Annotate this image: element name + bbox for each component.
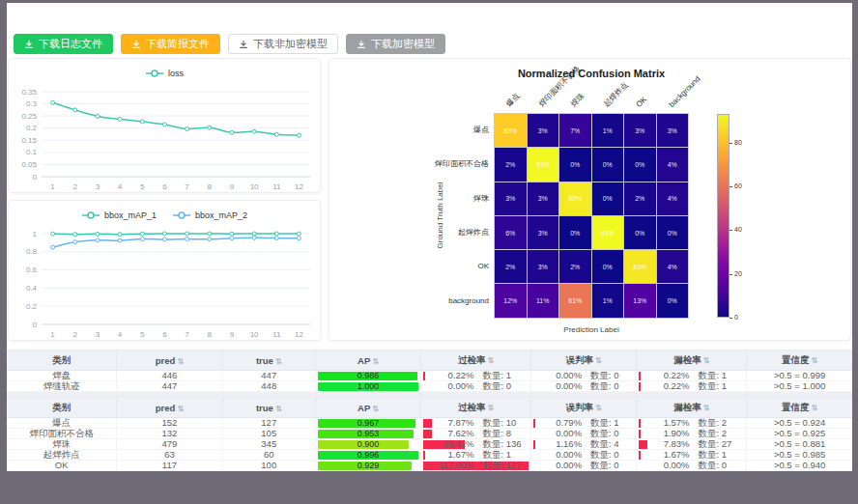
svg-text:0.6: 0.6 — [26, 266, 38, 274]
matrix-cell: 2% — [624, 182, 656, 215]
svg-text:0.8: 0.8 — [26, 247, 38, 256]
matrix-cell: 6% — [495, 216, 527, 249]
column-header-true[interactable]: true⇅ — [222, 398, 315, 418]
download-button-4[interactable]: 下载加密模型 — [346, 34, 445, 54]
legend-item-bbox_mAP_1[interactable]: bbox_mAP_1 — [81, 210, 157, 220]
rate-percent: 1.57% — [639, 418, 689, 428]
sort-icon[interactable]: ⇅ — [703, 404, 710, 412]
legend-item-loss[interactable]: loss — [145, 69, 184, 78]
true-cell: 127 — [222, 418, 315, 429]
svg-text:0.15: 0.15 — [21, 136, 37, 145]
download-icon — [239, 40, 248, 49]
legend-label: bbox_mAP_2 — [195, 210, 247, 220]
svg-text:2: 2 — [73, 182, 78, 191]
pred-cell: 479 — [117, 439, 222, 450]
rate-percent: 0.00% — [533, 371, 582, 380]
ap-value: 0.929 — [318, 461, 418, 470]
sort-icon[interactable]: ⇅ — [595, 356, 602, 365]
svg-text:9: 9 — [230, 330, 235, 339]
matrix-cell: 2% — [495, 148, 527, 181]
rate-count: 数量: 0 — [582, 461, 619, 470]
pred-cell: 152 — [117, 418, 222, 429]
sort-icon[interactable]: ⇅ — [488, 356, 495, 365]
summary-table-2: 类别pred⇅true⇅AP⇅过检率⇅误判率⇅漏检率⇅置信度⇅爆点1521270… — [7, 397, 852, 471]
sort-icon[interactable]: ⇅ — [275, 357, 282, 366]
matrix-cell: 93% — [592, 216, 624, 249]
download-button-2[interactable]: 下载简报文件 — [121, 34, 220, 54]
svg-text:6: 6 — [162, 330, 167, 339]
column-header-漏检率[interactable]: 漏检率⇅ — [637, 350, 747, 371]
column-header-true[interactable]: true⇅ — [222, 350, 315, 371]
matrix-cell: 4% — [657, 182, 689, 215]
rate-percent: 0.79% — [533, 418, 582, 428]
column-header-过检率[interactable]: 过检率⇅ — [421, 350, 531, 371]
column-header-label: 类别 — [52, 354, 71, 365]
rate-percent: 0.22% — [639, 381, 689, 391]
sort-icon[interactable]: ⇅ — [703, 356, 710, 365]
svg-text:2: 2 — [73, 330, 78, 339]
ap-cell: 0.967 — [315, 418, 420, 429]
sort-icon[interactable]: ⇅ — [275, 405, 282, 413]
sort-icon[interactable]: ⇅ — [372, 405, 379, 413]
svg-text:11: 11 — [272, 182, 281, 191]
column-header-漏检率[interactable]: 漏检率⇅ — [637, 398, 747, 418]
column-header-误判率[interactable]: 误判率⇅ — [531, 398, 637, 418]
matrix-body: 83%3%7%1%3%3%2%93%0%0%0%4%3%3%90%0%2%4%6… — [329, 59, 850, 340]
column-header-AP[interactable]: AP⇅ — [315, 350, 420, 371]
column-header-label: 过检率 — [458, 354, 486, 365]
column-header-置信度[interactable]: 置信度⇅ — [747, 350, 852, 371]
sort-icon[interactable]: ⇅ — [177, 357, 184, 366]
sort-icon[interactable]: ⇅ — [488, 404, 495, 412]
app-root: { "toolbar": { "buttons": [ {"label": "下… — [0, 0, 858, 504]
rate-count: 数量: 0 — [582, 371, 619, 380]
ap-cell: 0.953 — [315, 429, 420, 439]
svg-text:0.2: 0.2 — [26, 124, 38, 132]
table-row: 焊盘4464470.9860.22%数量: 10.00%数量: 00.22%数量… — [7, 371, 852, 381]
column-header-label: 漏检率 — [673, 354, 701, 365]
sort-icon[interactable]: ⇅ — [177, 405, 184, 413]
class-name-cell: 起焊炸点 — [7, 450, 117, 461]
column-header-误判率[interactable]: 误判率⇅ — [531, 350, 637, 371]
ap-value: 0.996 — [318, 450, 418, 460]
ap-cell: 0.900 — [315, 439, 420, 450]
sort-icon[interactable]: ⇅ — [811, 404, 817, 412]
column-header-pred[interactable]: pred⇅ — [117, 398, 222, 418]
sort-icon[interactable]: ⇅ — [372, 357, 379, 366]
table-row: 焊印面积不合格1321050.9537.62%数量: 80.00%数量: 01.… — [7, 429, 852, 439]
matrix-y-axis-label: Ground Truth Label — [436, 182, 444, 249]
matrix-row-label: OK — [329, 262, 489, 271]
sort-icon[interactable]: ⇅ — [595, 404, 602, 412]
miss-rate-cell: 1.57%数量: 2 — [637, 418, 747, 429]
pred-cell: 117 — [117, 461, 222, 471]
matrix-cell: 0% — [559, 148, 591, 181]
matrix-cell: 4% — [657, 148, 689, 181]
matrix-col-label: 起焊炸点 — [601, 80, 630, 109]
matrix-row-label: 焊珠 — [329, 194, 489, 204]
download-button-3[interactable]: 下载非加密模型 — [228, 34, 338, 54]
legend-item-bbox_mAP_2[interactable]: bbox_mAP_2 — [172, 210, 247, 220]
table-row: 爆点1521270.9677.87%数量: 100.79%数量: 11.57%数… — [7, 418, 852, 429]
matrix-col-label: 焊珠 — [569, 91, 587, 109]
column-header-类别: 类别 — [7, 350, 117, 371]
column-header-过检率[interactable]: 过检率⇅ — [421, 398, 531, 418]
svg-text:4: 4 — [118, 182, 123, 191]
svg-text:0.1: 0.1 — [26, 148, 38, 156]
over-detection-rate-cell: 1.67%数量: 1 — [421, 450, 531, 461]
legend-label: bbox_mAP_1 — [104, 210, 157, 220]
rate-count: 数量: 1 — [582, 418, 619, 428]
summary-table-1: 类别pred⇅true⇅AP⇅过检率⇅误判率⇅漏检率⇅置信度⇅焊盘4464470… — [7, 350, 852, 392]
column-header-pred[interactable]: pred⇅ — [117, 350, 222, 371]
download-button-1[interactable]: 下载日志文件 — [14, 34, 113, 54]
misjudge-rate-cell: 0.00%数量: 0 — [531, 371, 637, 381]
column-header-AP[interactable]: AP⇅ — [315, 398, 420, 418]
svg-text:0.25: 0.25 — [21, 112, 37, 121]
ap-value: 0.900 — [318, 439, 418, 449]
svg-text:0.05: 0.05 — [21, 160, 37, 169]
sort-icon[interactable]: ⇅ — [811, 356, 817, 365]
rate-percent: 7.87% — [423, 418, 473, 428]
matrix-col-label: OK — [635, 95, 649, 109]
rate-count: 数量: 2 — [690, 429, 728, 438]
colorbar-tick-label: 80 — [734, 139, 742, 147]
svg-text:9: 9 — [230, 182, 235, 191]
column-header-置信度[interactable]: 置信度⇅ — [747, 398, 852, 418]
